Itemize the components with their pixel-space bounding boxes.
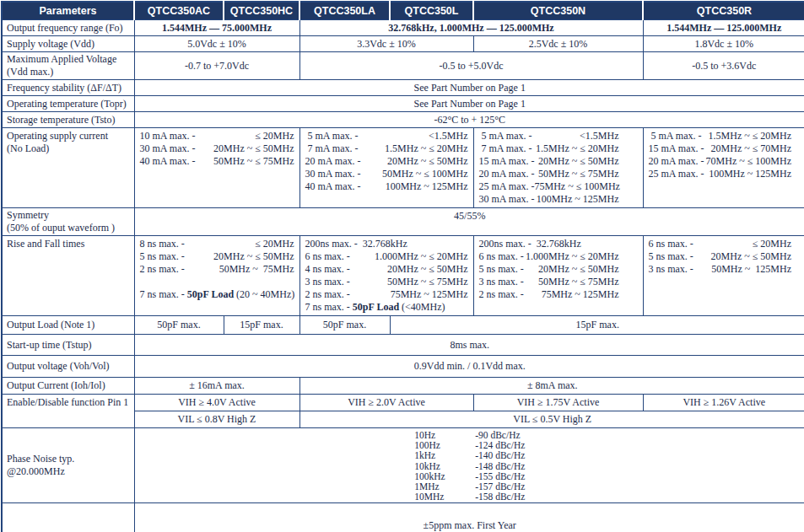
header-model-qtcc350n: QTCC350N <box>473 2 643 20</box>
row-label: Aging <box>2 503 134 532</box>
spec-line: 30 mA max. -50MHz ~ ≤ 100MHz <box>305 168 468 180</box>
row-label: Output Load (Note 1) <box>2 316 134 335</box>
spec-line: 6 ns max. -1.000MHz ~ ≤ 20MHz <box>305 250 468 263</box>
phase-noise-line: 1kHz-140 dBc/Hz <box>414 450 525 460</box>
row-label: Output Current (Ioh/Iol) <box>2 378 134 395</box>
row-operating-supply-current: Operating supply current (No Load) 10 mA… <box>2 128 804 208</box>
spec-line: 10 mA max. -≤ 20MHz <box>140 130 294 142</box>
cell-vih-n: VIH ≥ 1.75V Active <box>473 395 643 411</box>
phase-noise-line: 10Hz-90 dBc/Hz <box>414 430 525 440</box>
row-max-applied-voltage: Maximum Applied Voltage (Vdd max.) -0.7 … <box>2 52 804 80</box>
cell-vih-la-l: VIH ≥ 2.0V Active <box>299 395 473 411</box>
cell-current-r: 5 mA max. -1.5MHz ~ ≤ 20MHz15 mA max. -2… <box>643 128 804 208</box>
cell-ioh-rest: ± 8mA max. <box>299 378 804 395</box>
cell-tstup-all: 8ms max. <box>134 335 804 356</box>
row-label: Start-up time (Tstup) <box>2 335 134 356</box>
row-label: Maximum Applied Voltage (Vdd max.) <box>2 52 134 80</box>
spec-line: 7 mA max. -1.5MHz ~ ≤ 20MHz <box>479 142 619 155</box>
row-output-frequency-range: Output frequency range (Fo) 1.544MHz — 7… <box>2 20 804 36</box>
spec-line: 5 ns max. -20MHz ~ ≤ 50MHz <box>479 263 619 276</box>
spec-line: 3 ns max. -50MHz ~ 125MHz <box>649 263 792 276</box>
header-model-qtcc350l: QTCC350L <box>390 2 473 20</box>
spec-line: 8 ns max. -≤ 20MHz <box>140 238 294 250</box>
spec-line: 20 mA max. -50MHz ~ ≤ 75MHz <box>479 168 619 180</box>
spec-line: 3 ns max. -50MHz ~ ≤ 75MHz <box>479 276 619 288</box>
header-row: Parameters QTCC350AC QTCC350HC QTCC350LA… <box>2 2 804 20</box>
row-output-voltage: Output voltage (Voh/Vol) 0.9Vdd min. / 0… <box>2 356 804 378</box>
spec-line: 2 ns max. -50MHz ~ 75MHz <box>140 263 294 276</box>
cell-current-n: 5 mA max. -<1.5MHz 7 mA max. -1.5MHz ~ ≤… <box>473 128 643 208</box>
spec-line: 200ns max. - 32.768kHz <box>305 238 468 250</box>
spec-line: 40 mA max. -50MHz ~ ≤ 75MHz <box>140 155 294 168</box>
cell-fo-la-l-n: 32.768kHz, 1.000MHz — 125.000MHz <box>299 20 643 36</box>
row-label: Output frequency range (Fo) <box>2 20 134 36</box>
spec-line: 5 mA max. -1.5MHz ~ ≤ 20MHz <box>649 130 792 142</box>
row-enable-disable-vih: Enable/Disable function Pin 1 VIH ≥ 4.0V… <box>2 395 804 411</box>
cell-phase-all: 10Hz-90 dBc/Hz100Hz-124 dBc/Hz1kHz-140 d… <box>134 428 804 503</box>
cell-load-hc: 15pF max. <box>224 316 299 335</box>
phase-noise-line: 10kHz-148 dBc/Hz <box>414 461 525 471</box>
spec-line: 20 mA max. -70MHz ~ ≤ 100MHz <box>649 155 792 168</box>
cell-vddmax-ac-hc: -0.7 to +7.0Vdc <box>134 52 299 80</box>
aging-line-1: ±5ppm max. First Year <box>138 519 802 532</box>
spec-line: 3 ns max. -50MHz ~ ≤ 75MHz <box>305 276 468 288</box>
spec-line: 30 mA max. -100MHz ~ 125MHz <box>479 193 619 206</box>
row-operating-temperature: Operating temperature (Topr) See Part Nu… <box>2 96 804 112</box>
cell-fo-r: 1.544MHz — 125.000MHz <box>643 20 804 36</box>
cell-vil-ac-hc: VIL ≤ 0.8V High Z <box>134 411 299 428</box>
cell-stability-all: See Part Number on Page 1 <box>134 80 804 96</box>
cell-ioh-ac-hc: ± 16mA max. <box>134 378 299 395</box>
row-supply-voltage: Supply voltage (Vdd) 5.0Vdc ± 10% 3.3Vdc… <box>2 36 804 52</box>
row-output-load: Output Load (Note 1) 50pF max. 15pF max.… <box>2 316 804 335</box>
cell-current-la-l: 5 mA max. -<1.5MHz 7 mA max. -1.5MHz ~ ≤… <box>299 128 473 208</box>
spec-line: 7 ns max. - 50pF Load (<40MHz) <box>305 301 468 314</box>
spec-line: 5 ns max. -20MHz ~ ≤ 50MHz <box>649 250 792 263</box>
spec-line: 30 mA max. -20MHz ~ ≤ 50MHz <box>140 142 294 155</box>
row-label: Storage temperature (Tsto) <box>2 112 134 128</box>
phase-noise-line: 1MHz-157 dBc/Hz <box>414 481 525 492</box>
phase-noise-line: 10MHz-158 dBc/Hz <box>414 492 525 502</box>
header-model-qtcc350r: QTCC350R <box>643 2 804 20</box>
row-output-current: Output Current (Ioh/Iol) ± 16mA max. ± 8… <box>2 378 804 395</box>
cell-vddmax-r: -0.5 to +3.6Vdc <box>643 52 804 80</box>
row-rise-fall-times: Rise and Fall times 8 ns max. -≤ 20MHz5 … <box>2 236 804 316</box>
phase-noise-line: 100kHz-155 dBc/Hz <box>414 471 525 481</box>
cell-load-la: 50pF max. <box>299 316 390 335</box>
row-label: Phase Noise typ. @20.000MHz <box>2 428 134 503</box>
cell-rise-r: 6 ns max. -≤ 20MHz5 ns max. -20MHz ~ ≤ 5… <box>643 236 804 316</box>
spec-line: 15 mA max. -20MHz ~ ≤ 50MHz <box>479 155 619 168</box>
spec-line: 7 ns max. - 50pF Load (20 ~ 40MHz) <box>140 288 294 301</box>
spec-line: 5 mA max. -<1.5MHz <box>479 130 619 142</box>
row-aging: Aging ±5ppm max. First Year ±2ppm max. E… <box>2 503 804 532</box>
row-storage-temperature: Storage temperature (Tsto) -62°C to + 12… <box>2 112 804 128</box>
phase-noise-line: 100Hz-124 dBc/Hz <box>414 440 525 450</box>
cell-rise-la-l: 200ns max. - 32.768kHz6 ns max. -1.000MH… <box>299 236 473 316</box>
header-model-qtcc350la: QTCC350LA <box>299 2 390 20</box>
spec-line: 5 ns max. -20MHz ~ ≤ 50MHz <box>140 250 294 263</box>
spec-line: 6 ns max. -≤ 20MHz <box>649 238 792 250</box>
header-parameters: Parameters <box>2 2 134 20</box>
spec-line: 4 ns max. -20MHz ~ ≤ 50MHz <box>305 263 468 276</box>
row-symmetry: Symmetry (50% of ouput waveform ) 45/55% <box>2 208 804 236</box>
spec-line-spacer <box>140 276 294 288</box>
spec-line: 7 mA max. -1.5MHz ~ ≤ 20MHz <box>305 142 468 155</box>
phase-noise-list: 10Hz-90 dBc/Hz100Hz-124 dBc/Hz1kHz-140 d… <box>414 430 525 502</box>
spec-line: 2 ns max. -75MHz ~ 125MHz <box>479 288 619 301</box>
spec-table: Parameters QTCC350AC QTCC350HC QTCC350LA… <box>1 1 804 532</box>
cell-vih-ac-hc: VIH ≥ 4.0V Active <box>134 395 299 411</box>
cell-tsto-all: -62°C to + 125°C <box>134 112 804 128</box>
cell-rise-n: 200ns max. - 32.768kHz6 ns max. -1.000MH… <box>473 236 643 316</box>
spec-line: 25 mA max. -75MHz ~ ≤ 100MHz <box>479 180 619 193</box>
spec-line: 40 mA max. -100MHz ~ 125MHz <box>305 180 468 193</box>
cell-fo-ac-hc: 1.544MHz — 75.000MHz <box>134 20 299 36</box>
cell-vdd-la-l: 3.3Vdc ± 10% <box>299 36 473 52</box>
cell-rise-ac-hc: 8 ns max. -≤ 20MHz5 ns max. -20MHz ~ ≤ 5… <box>134 236 299 316</box>
spec-line: 25 mA max. -100MHz ~ 125MHz <box>649 168 792 180</box>
row-label: Symmetry (50% of ouput waveform ) <box>2 208 134 236</box>
cell-aging-all: ±5ppm max. First Year ±2ppm max. Each Ye… <box>134 503 804 532</box>
cell-voh-all: 0.9Vdd min. / 0.1Vdd max. <box>134 356 804 378</box>
spec-line: 15 mA max. -20MHz ~ ≤ 70MHz <box>649 142 792 155</box>
cell-current-ac-hc: 10 mA max. -≤ 20MHz30 mA max. -20MHz ~ ≤… <box>134 128 299 208</box>
cell-load-l-n-r: 15pF max. <box>390 316 804 335</box>
spec-line: 5 mA max. -<1.5MHz <box>305 130 468 142</box>
